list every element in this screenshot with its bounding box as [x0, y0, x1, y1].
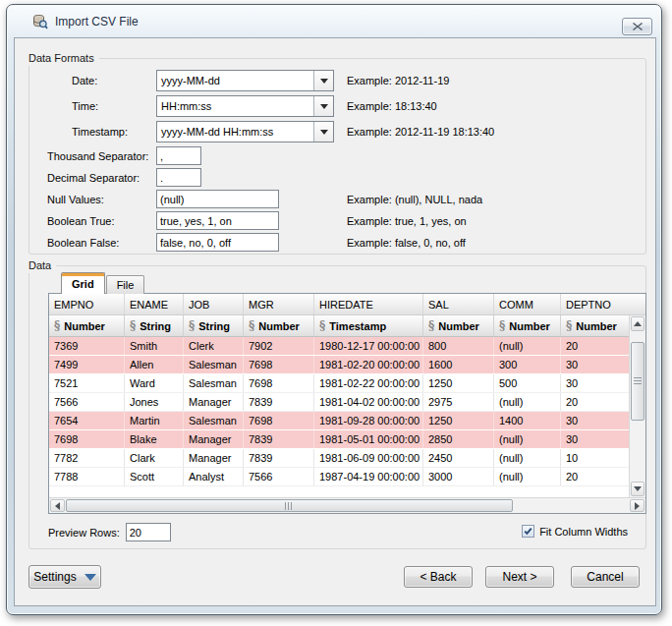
- column-type-label: Number: [258, 320, 300, 332]
- vertical-scroll-thumb[interactable]: [631, 342, 644, 421]
- thousand-separator-input[interactable]: [156, 146, 201, 165]
- table-row[interactable]: 7788ScottAnalyst75661987-04-19 00:00:003…: [49, 468, 645, 486]
- field-label: Boolean False:: [47, 237, 156, 249]
- table-cell: Smith: [125, 337, 184, 355]
- table-cell: (null): [494, 393, 561, 411]
- column-type-label: Number: [438, 320, 479, 332]
- data-formats-group: Data Formats Date:yyyy-MM-ddExample: 201…: [28, 58, 646, 255]
- column-header-empno[interactable]: EMPNO: [49, 294, 125, 314]
- horizontal-scroll-thumb[interactable]: [66, 499, 513, 512]
- table-cell: Allen: [125, 356, 184, 373]
- table-row[interactable]: 7566JonesManager78391981-04-02 00:00:002…: [49, 393, 645, 412]
- table-cell: 7839: [244, 393, 314, 411]
- table-cell: 7566: [49, 393, 125, 411]
- table-cell: Jones: [125, 393, 184, 411]
- table-cell: Analyst: [184, 468, 244, 485]
- scroll-up-button[interactable]: [631, 316, 644, 331]
- format-example: Example: false, 0, no, off: [347, 237, 466, 249]
- tab-bar: GridFile: [61, 272, 145, 294]
- cancel-button[interactable]: Cancel: [571, 566, 640, 588]
- decimal-separator-input[interactable]: [156, 168, 201, 187]
- column-type-label: Timestamp: [329, 320, 386, 332]
- table-cell: 1981-09-28 00:00:00: [314, 412, 423, 429]
- scroll-down-button[interactable]: [631, 482, 644, 496]
- column-header-mgr[interactable]: MGR: [244, 294, 314, 314]
- column-type-selector[interactable]: §String: [184, 315, 244, 336]
- table-cell: Blake: [125, 430, 184, 448]
- null-values-input[interactable]: [156, 190, 279, 208]
- format-row-boolean-false: Boolean False:Example: false, 0, no, off: [47, 233, 645, 252]
- table-row[interactable]: 7521WardSalesman76981981-02-22 00:00:001…: [49, 374, 645, 393]
- column-type-selector[interactable]: §Number: [244, 315, 314, 336]
- close-button[interactable]: [622, 18, 652, 35]
- next-button[interactable]: Next >: [485, 566, 554, 588]
- timestamp-format-combobox[interactable]: yyyy-MM-dd HH:mm:ss: [156, 121, 334, 142]
- chevron-down-icon[interactable]: [313, 96, 333, 116]
- column-type-selector[interactable]: §Number: [49, 315, 125, 336]
- field-label: Date:: [47, 75, 156, 86]
- column-type-selector[interactable]: §Number: [494, 315, 561, 336]
- table-cell: 7521: [49, 374, 125, 392]
- triangle-left-icon: [55, 502, 60, 510]
- column-type-label: String: [198, 320, 230, 332]
- format-row-date-format: Date:yyyy-MM-ddExample: 2012-11-19: [47, 70, 645, 91]
- combo-value: yyyy-MM-dd: [157, 71, 313, 90]
- table-cell: Ward: [125, 374, 184, 392]
- datatype-icon: §: [249, 319, 254, 333]
- table-cell: 1600: [423, 356, 494, 373]
- chevron-down-glyph: [320, 79, 328, 84]
- preview-grid: EMPNOENAMEJOBMGRHIREDATESALCOMMDEPTNO §N…: [48, 293, 646, 514]
- column-type-label: Number: [509, 320, 550, 332]
- table-row[interactable]: 7782ClarkManager78391981-06-09 00:00:002…: [49, 449, 645, 468]
- scroll-left-button[interactable]: [50, 499, 65, 512]
- table-cell: (null): [494, 430, 561, 448]
- table-cell: 7499: [49, 356, 125, 373]
- time-format-combobox[interactable]: HH:mm:ss: [156, 95, 334, 117]
- window-title: Import CSV File: [55, 15, 139, 28]
- table-cell: (null): [494, 337, 561, 355]
- grid-vertical-scrollbar[interactable]: [629, 315, 645, 497]
- table-cell: 7839: [244, 449, 314, 467]
- field-label: Null Values:: [47, 194, 156, 205]
- combo-value: HH:mm:ss: [157, 96, 313, 116]
- table-cell: 1981-04-02 00:00:00: [314, 393, 423, 411]
- tab-file[interactable]: File: [106, 275, 145, 294]
- column-type-selector[interactable]: §String: [125, 315, 184, 336]
- table-cell: 7369: [49, 337, 125, 355]
- format-row-boolean-true: Boolean True:Example: true, 1, yes, on: [47, 211, 645, 230]
- back-button[interactable]: < Back: [404, 566, 473, 588]
- date-format-combobox[interactable]: yyyy-MM-dd: [156, 70, 334, 91]
- table-cell: Clark: [125, 449, 184, 467]
- table-cell: 7902: [244, 337, 314, 355]
- table-row[interactable]: 7698BlakeManager78391981-05-01 00:00:002…: [49, 430, 645, 449]
- fit-column-widths-checkbox[interactable]: [522, 525, 534, 538]
- column-type-selector[interactable]: §Number: [423, 315, 494, 336]
- table-row[interactable]: 7654MartinSalesman76981981-09-28 00:00:0…: [49, 412, 645, 430]
- table-cell: 2450: [423, 449, 494, 467]
- table-cell: 7698: [49, 430, 125, 448]
- column-header-ename[interactable]: ENAME: [125, 294, 184, 314]
- scroll-right-button[interactable]: [630, 499, 644, 512]
- datatype-icon: §: [428, 319, 434, 333]
- data-group: Data GridFile EMPNOENAMEJOBMGRHIREDATESA…: [28, 265, 646, 549]
- chevron-down-glyph: [320, 130, 328, 135]
- column-header-hiredate[interactable]: HIREDATE: [314, 294, 423, 314]
- table-row[interactable]: 7369SmithClerk79021980-12-17 00:00:00800…: [49, 337, 645, 356]
- table-row[interactable]: 7499AllenSalesman76981981-02-20 00:00:00…: [49, 356, 645, 374]
- column-header-job[interactable]: JOB: [184, 294, 244, 314]
- column-header-comm[interactable]: COMM: [494, 294, 561, 314]
- boolean-true-input[interactable]: [156, 211, 279, 230]
- chevron-down-icon[interactable]: [313, 71, 333, 90]
- column-type-selector[interactable]: §Timestamp: [314, 315, 423, 336]
- chevron-down-icon[interactable]: [313, 122, 333, 142]
- settings-button[interactable]: Settings: [28, 565, 101, 589]
- grid-horizontal-scrollbar[interactable]: [49, 497, 645, 513]
- boolean-false-input[interactable]: [156, 233, 279, 252]
- field-label: Decimal Separator:: [47, 172, 156, 184]
- tab-grid[interactable]: Grid: [61, 272, 105, 294]
- table-cell: Clerk: [184, 337, 244, 355]
- column-header-deptno[interactable]: DEPTNO: [561, 294, 646, 314]
- preview-rows-input[interactable]: [126, 523, 171, 541]
- column-header-sal[interactable]: SAL: [423, 294, 494, 314]
- table-cell: Martin: [125, 412, 184, 429]
